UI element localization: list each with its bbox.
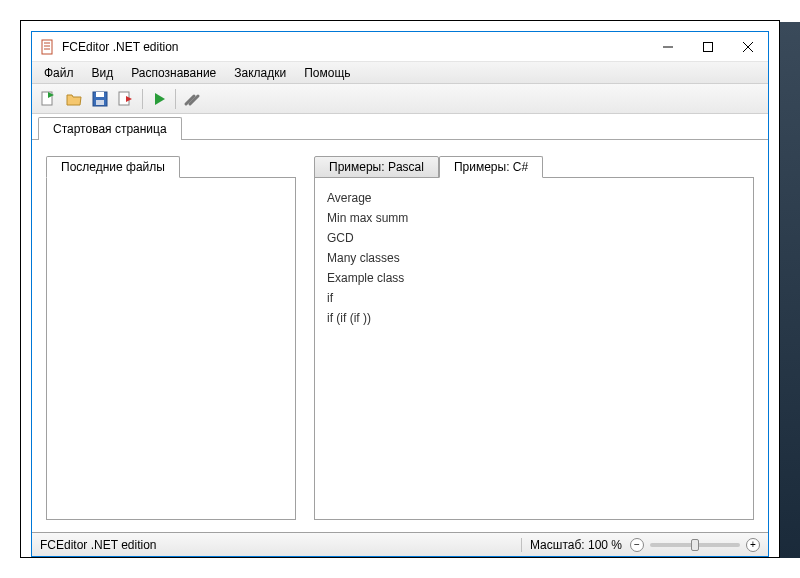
settings-icon[interactable] [180,87,204,111]
menu-view[interactable]: Вид [84,64,122,82]
titlebar: FCEditor .NET edition [32,32,768,62]
tab-start-page[interactable]: Стартовая страница [38,117,182,140]
example-item[interactable]: Average [327,188,741,208]
example-item[interactable]: GCD [327,228,741,248]
export-icon[interactable] [114,87,138,111]
save-icon[interactable] [88,87,112,111]
menu-help[interactable]: Помощь [296,64,358,82]
zoom-slider-thumb[interactable] [691,539,699,551]
examples-panel: Average Min max summ GCD Many classes Ex… [314,177,754,520]
run-icon[interactable] [147,87,171,111]
app-icon [40,39,56,55]
main-tabstrip: Стартовая страница [32,114,768,140]
statusbar: FCEditor .NET edition Масштаб: 100 % − + [32,532,768,556]
status-app-label: FCEditor .NET edition [40,538,157,552]
recent-files-tabstrip: Последние файлы [46,152,296,177]
toolbar [32,84,768,114]
zoom-out-button[interactable]: − [630,538,644,552]
tab-examples-pascal[interactable]: Примеры: Pascal [314,156,439,178]
menubar: Файл Вид Распознавание Закладки Помощь [32,62,768,84]
toolbar-separator [175,89,176,109]
menu-file[interactable]: Файл [36,64,82,82]
window-title: FCEditor .NET edition [62,40,648,54]
maximize-button[interactable] [688,32,728,61]
toolbar-separator [142,89,143,109]
minimize-button[interactable] [648,32,688,61]
zoom-slider-track[interactable] [650,543,740,547]
tab-examples-csharp[interactable]: Примеры: C# [439,156,543,178]
desktop-background-strip [780,22,800,558]
menu-recognition[interactable]: Распознавание [123,64,224,82]
svg-rect-11 [96,92,104,97]
close-button[interactable] [728,32,768,61]
examples-tabstrip: Примеры: Pascal Примеры: C# [314,152,754,177]
zoom-slider: − + [630,538,760,552]
open-folder-icon[interactable] [62,87,86,111]
example-item[interactable]: if (if (if )) [327,308,741,328]
svg-rect-5 [704,42,713,51]
svg-rect-12 [96,100,104,105]
zoom-in-button[interactable]: + [746,538,760,552]
new-file-icon[interactable] [36,87,60,111]
menu-bookmarks[interactable]: Закладки [226,64,294,82]
tab-recent-files[interactable]: Последние файлы [46,156,180,178]
example-item[interactable]: Example class [327,268,741,288]
recent-files-panel [46,177,296,520]
svg-rect-0 [42,40,52,54]
content-area: Последние файлы Примеры: Pascal Примеры:… [32,140,768,532]
example-item[interactable]: Min max summ [327,208,741,228]
zoom-label: Масштаб: 100 % [521,538,622,552]
example-item[interactable]: if [327,288,741,308]
example-item[interactable]: Many classes [327,248,741,268]
svg-marker-15 [155,93,165,105]
